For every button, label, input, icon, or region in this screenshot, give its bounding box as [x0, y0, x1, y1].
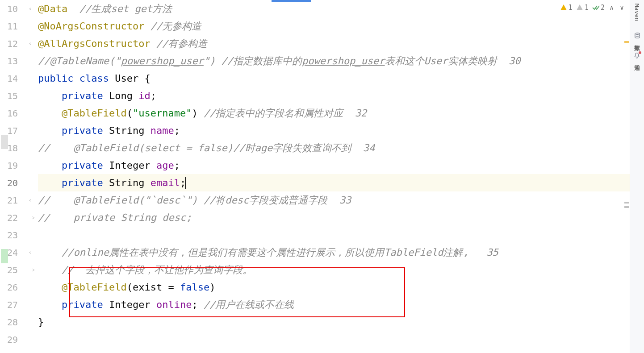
database-icon	[634, 33, 640, 39]
comment: // private String desc;	[38, 212, 192, 223]
bell-icon	[634, 52, 640, 58]
brace: }	[38, 316, 44, 328]
comment: powershop_user	[121, 55, 203, 66]
annotation: @TableField	[62, 282, 127, 293]
annotation: @Data	[38, 3, 67, 14]
comment: //指定表中的字段名和属性对应 32	[198, 107, 367, 120]
caret	[185, 177, 186, 189]
notification-dot	[639, 51, 641, 54]
stripe-mark[interactable]	[624, 202, 629, 203]
inspection-check-count[interactable]: 2	[592, 4, 605, 12]
type: Integer	[109, 160, 151, 171]
comment: //无参构造	[144, 20, 201, 33]
comment: // @TableField(select = false)//时age字段失效…	[38, 141, 375, 155]
fold-end-icon[interactable]: ⌃	[29, 268, 36, 271]
maven-tool-button[interactable]: Maven	[634, 4, 640, 21]
fold-indicator-icon[interactable]: ⌄	[29, 7, 36, 10]
comment: 表和这个User实体类映射 30	[385, 54, 521, 68]
keyword: private	[62, 90, 103, 101]
field: name	[151, 125, 174, 136]
string: "username"	[133, 108, 192, 119]
comment: powershop_user	[302, 55, 385, 66]
vcs-marker-added	[1, 249, 8, 263]
type: Long	[109, 90, 133, 101]
fold-indicator-icon[interactable]: ⌄	[29, 198, 36, 202]
keyword: public	[38, 73, 73, 84]
code-editor[interactable]: @Data //生成set get方法 @NoArgsConstructor /…	[38, 0, 630, 353]
field: age	[156, 160, 174, 171]
double-check-icon	[592, 4, 599, 11]
comment: ") //指定数据库中的	[204, 54, 302, 68]
left-margin-bar	[0, 0, 9, 353]
stripe-mark[interactable]	[624, 206, 629, 208]
stripe-warning[interactable]	[624, 41, 629, 43]
keyword: private	[62, 299, 103, 310]
type: String	[109, 125, 144, 136]
error-stripe[interactable]	[624, 0, 629, 353]
comment: //@TableName("	[38, 55, 121, 66]
keyword: false	[180, 282, 209, 293]
database-tool-button[interactable]: 数据库	[633, 33, 641, 41]
warning-icon	[560, 4, 567, 11]
weak-warning-icon	[576, 4, 583, 11]
comment: //online属性在表中没有，但是我们有需要这个属性进行展示，所以使用Tabl…	[62, 246, 498, 259]
fold-indicator-icon[interactable]: ⌄	[29, 250, 36, 254]
prev-highlight-button[interactable]: ∧	[608, 4, 615, 12]
keyword: class	[79, 73, 109, 84]
field: online	[156, 299, 192, 310]
comment: //生成set get方法	[67, 2, 172, 16]
annotation: @NoArgsConstructor	[38, 21, 144, 32]
comment: //有参构造	[151, 37, 208, 50]
annotation: @AllArgsConstructor	[38, 38, 151, 49]
paren: )	[209, 282, 215, 293]
weak-warning-count[interactable]: 1	[576, 4, 589, 12]
paren: (exist =	[127, 282, 180, 293]
field: email	[151, 177, 180, 188]
keyword: private	[62, 125, 103, 136]
paren: )	[192, 108, 197, 119]
warning-count[interactable]: 1	[560, 4, 573, 12]
vcs-marker	[1, 135, 8, 149]
notifications-tool-button[interactable]: 通知	[633, 52, 641, 60]
right-tool-windows: Maven 数据库 通知	[630, 0, 644, 353]
keyword: private	[62, 177, 103, 188]
keyword: private	[62, 160, 103, 171]
inspection-widget[interactable]: 1 1 2 ∧ ∨	[560, 4, 625, 12]
annotation: @TableField	[62, 108, 127, 119]
comment: // @TableField("`desc`") //将desc字段变成普通字段…	[38, 194, 351, 207]
svg-point-0	[635, 33, 640, 35]
fold-end-icon[interactable]: ⌃	[29, 216, 36, 219]
type: Integer	[109, 299, 151, 310]
type: String	[109, 177, 144, 188]
brace: {	[138, 73, 151, 84]
field: id	[138, 90, 151, 101]
paren: (	[127, 108, 133, 119]
comment: // 去掉这个字段，不让他作为查询字段。	[62, 263, 252, 277]
current-line: private String email;	[38, 174, 630, 191]
comment: //用户在线或不在线	[198, 298, 294, 311]
class-name: User	[115, 73, 138, 84]
fold-indicator-icon[interactable]: ⌄	[29, 42, 36, 45]
